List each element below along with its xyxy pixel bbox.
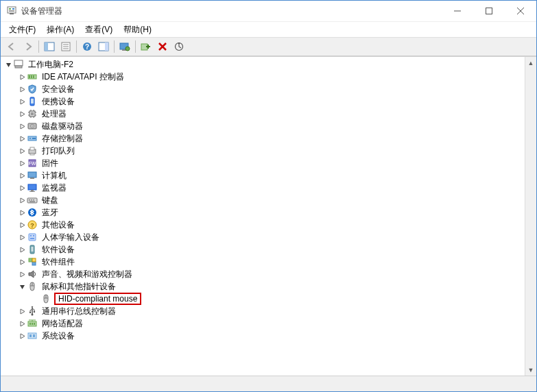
chevron-right-icon[interactable] [17, 305, 27, 317]
toolbar: ? [1, 37, 536, 56]
chevron-right-icon[interactable] [17, 83, 27, 95]
minimize-button[interactable] [442, 1, 473, 21]
chevron-right-icon[interactable] [17, 317, 27, 330]
node-label: 通用串行总线控制器 [40, 306, 117, 317]
chevron-right-icon[interactable] [17, 182, 27, 194]
chevron-right-icon[interactable] [17, 194, 27, 206]
add-legacy-button[interactable] [138, 39, 154, 54]
chevron-right-icon[interactable] [17, 132, 27, 145]
chevron-down-icon[interactable] [17, 280, 27, 293]
tree-category-13[interactable]: 人体学输入设备 [1, 231, 525, 243]
device-tree[interactable]: 工作电脑-F2IDE ATA/ATAPI 控制器安全设备便携设备处理器磁盘驱动器… [1, 57, 525, 376]
tree-pane-icon [44, 42, 55, 51]
node-label: 固件 [40, 158, 60, 169]
svg-rect-74 [32, 258, 36, 262]
node-label: 人体学输入设备 [40, 232, 101, 243]
tree-category-18[interactable]: 通用串行总线控制器 [1, 305, 525, 317]
tree-root[interactable]: 工作电脑-F2 [1, 58, 525, 71]
toolbar-separator [135, 40, 136, 53]
chevron-right-icon[interactable] [17, 243, 27, 256]
tree-category-20[interactable]: 系统设备 [1, 330, 525, 342]
chevron-right-icon[interactable] [17, 268, 27, 280]
tree-category-11[interactable]: 蓝牙 [1, 206, 525, 219]
svg-rect-55 [28, 184, 36, 190]
tree-category-0[interactable]: IDE ATA/ATAPI 控制器 [1, 71, 525, 83]
tree-category-15[interactable]: 软件组件 [1, 256, 525, 268]
svg-rect-1 [9, 8, 11, 10]
statusbar [1, 376, 536, 391]
uninstall-button[interactable] [154, 39, 171, 54]
tree-category-10[interactable]: 键盘 [1, 194, 525, 206]
svg-rect-4 [10, 13, 14, 14]
minimize-icon [454, 8, 461, 14]
tree-category-12[interactable]: ?其他设备 [1, 219, 525, 231]
tree-category-4[interactable]: 磁盘驱动器 [1, 120, 525, 132]
update-driver-button[interactable] [171, 39, 187, 54]
svg-rect-71 [32, 247, 34, 252]
chevron-right-icon[interactable] [17, 157, 27, 169]
ide-icon [27, 71, 38, 82]
chevron-down-icon[interactable] [3, 58, 13, 71]
chevron-right-icon[interactable] [17, 120, 27, 132]
tree-category-7[interactable]: FW固件 [1, 157, 525, 169]
tree-category-19[interactable]: 网络适配器 [1, 317, 525, 330]
svg-rect-54 [30, 177, 34, 179]
svg-rect-18 [105, 42, 108, 51]
tree-category-17[interactable]: 鼠标和其他指针设备 [1, 280, 525, 293]
chevron-right-icon[interactable] [17, 330, 27, 342]
menu-help[interactable]: 帮助(H) [118, 23, 157, 37]
maximize-button[interactable] [473, 1, 505, 21]
chevron-right-icon[interactable] [17, 206, 27, 219]
vertical-scrollbar[interactable]: ▲ ▼ [525, 57, 536, 376]
svg-rect-28 [31, 75, 32, 78]
tree-category-14[interactable]: 软件设备 [1, 243, 525, 256]
software-component-icon [27, 256, 38, 267]
scan-hardware-button[interactable] [117, 39, 133, 54]
svg-rect-49 [30, 147, 34, 150]
svg-rect-31 [31, 99, 34, 103]
device-manager-window: 设备管理器 文件(F) 操作(A) 查看(V) 帮助(H) [0, 0, 537, 392]
help-button[interactable]: ? [79, 39, 95, 54]
other-icon: ? [27, 219, 38, 230]
firmware-icon: FW [27, 158, 38, 169]
close-button[interactable] [505, 1, 536, 21]
chevron-right-icon[interactable] [17, 145, 27, 157]
svg-rect-69 [30, 238, 34, 239]
tree-device-17-0[interactable]: HID-compliant mouse [1, 293, 525, 305]
properties-button[interactable] [58, 39, 74, 54]
chevron-right-icon[interactable] [17, 95, 27, 108]
tree-category-8[interactable]: 计算机 [1, 169, 525, 182]
tree-category-1[interactable]: 安全设备 [1, 83, 525, 95]
chevron-right-icon[interactable] [17, 219, 27, 231]
show-hide-tree-button[interactable] [41, 39, 58, 54]
svg-point-21 [126, 47, 130, 51]
chevron-right-icon[interactable] [17, 231, 27, 243]
hid-icon [27, 232, 38, 243]
arrow-right-icon [23, 42, 34, 51]
node-label: IDE ATA/ATAPI 控制器 [40, 71, 126, 83]
svg-rect-33 [31, 112, 34, 115]
tree-category-9[interactable]: 监视器 [1, 182, 525, 194]
svg-rect-27 [29, 75, 30, 78]
chevron-right-icon[interactable] [17, 169, 27, 182]
scroll-track[interactable] [525, 69, 536, 364]
menu-file[interactable]: 文件(F) [3, 23, 41, 37]
scroll-up-icon[interactable]: ▲ [525, 57, 536, 69]
tree-category-5[interactable]: 存储控制器 [1, 132, 525, 145]
svg-rect-50 [30, 154, 34, 155]
chevron-right-icon[interactable] [17, 256, 27, 268]
tree-category-16[interactable]: 声音、视频和游戏控制器 [1, 268, 525, 280]
svg-rect-59 [29, 199, 30, 201]
content-area: 工作电脑-F2IDE ATA/ATAPI 控制器安全设备便携设备处理器磁盘驱动器… [1, 56, 536, 376]
scroll-down-icon[interactable]: ▼ [525, 364, 536, 376]
tree-category-6[interactable]: 打印队列 [1, 145, 525, 157]
node-label: 处理器 [40, 108, 68, 120]
menu-view[interactable]: 查看(V) [80, 23, 118, 37]
tree-category-2[interactable]: 便携设备 [1, 95, 525, 108]
chevron-right-icon[interactable] [17, 71, 27, 83]
chevron-right-icon[interactable] [17, 108, 27, 120]
svg-text:?: ? [85, 43, 89, 51]
action-pane-button[interactable] [95, 39, 112, 54]
menu-action[interactable]: 操作(A) [41, 23, 80, 37]
tree-category-3[interactable]: 处理器 [1, 108, 525, 120]
